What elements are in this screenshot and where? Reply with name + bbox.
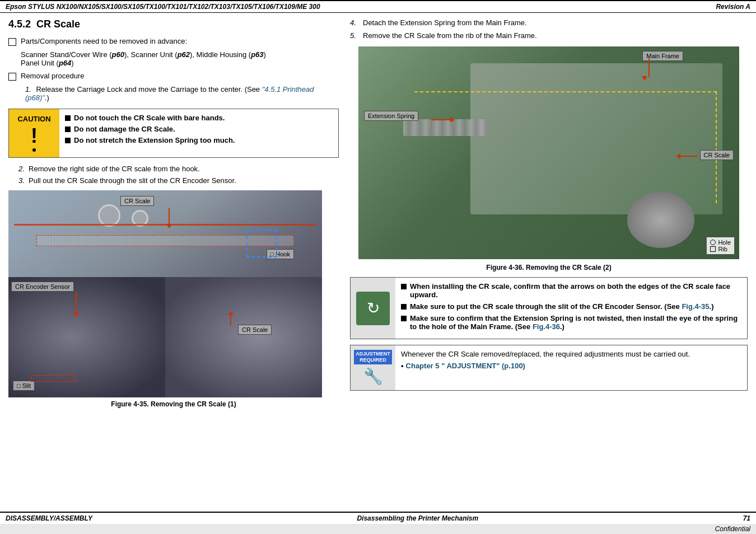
right-column: 4. Detach the Extension Spring from the … bbox=[350, 18, 748, 414]
figure35-bottom-images: CR Encoder Sensor □ Slit CR Scale bbox=[8, 277, 339, 397]
step3-item: 3. Pull out the CR Scale through the sli… bbox=[18, 176, 339, 185]
adjustment-links: • Chapter 5 " ADJUSTMENT" (p.100) bbox=[401, 362, 741, 370]
figure36-image: Main Frame Extension Spring CR Scale bbox=[358, 46, 739, 259]
caution-box: CAUTION ! Do not touch the CR Scale with… bbox=[8, 109, 339, 158]
extension-spring-label: Extension Spring bbox=[364, 111, 418, 121]
bullet-square bbox=[65, 115, 71, 121]
page-footer: DISASSEMBLY/ASSEMBLY Disassembling the P… bbox=[0, 512, 756, 534]
fig436-link[interactable]: Fig.4-36 bbox=[533, 322, 560, 331]
caution-list: Do not touch the CR Scale with bare hand… bbox=[65, 114, 333, 144]
reassembly-item-3: Make sure to confirm that the Extension … bbox=[401, 314, 741, 331]
adjustment-box: ADJUSTMENT REQUIRED 🔧 Whenever the CR Sc… bbox=[350, 345, 748, 391]
figure36-caption: Figure 4-36. Removing the CR Scale (2) bbox=[350, 264, 748, 271]
main-content: 4.5.2 CR Scale Parts/Components need to … bbox=[0, 13, 756, 447]
header-title: Epson STYLUS NX100/NX105/SX100/SX105/TX1… bbox=[6, 3, 320, 11]
footer-main: DISASSEMBLY/ASSEMBLY Disassembling the P… bbox=[0, 513, 756, 524]
parts-list: Scanner Stand/Cover Wire (p60), Scanner … bbox=[21, 50, 339, 67]
reassembly-icon-col: ↻ bbox=[351, 278, 395, 339]
caution-content: Do not touch the CR Scale with bare hand… bbox=[59, 109, 338, 157]
hole-rib-legend: Hole Rib bbox=[706, 237, 735, 255]
cr-scale-right-label: CR Scale bbox=[700, 150, 734, 160]
rib-legend-item: Rib bbox=[710, 246, 731, 252]
checkbox-icon bbox=[8, 38, 16, 46]
reassembly-content: When installing the CR scale, confirm th… bbox=[395, 278, 747, 339]
parts-header: Parts/Components need to be removed in a… bbox=[21, 37, 187, 45]
cr-scale-label-top: CR Scale bbox=[120, 196, 154, 206]
figure35-caption: Figure 4-35. Removing the CR Scale (1) bbox=[8, 400, 339, 408]
fig435-link[interactable]: Fig.4-35 bbox=[682, 302, 709, 311]
removal-label: Removal procedure bbox=[21, 72, 84, 80]
footer-confidential: Confidential bbox=[0, 524, 756, 534]
figure35-top-image: CR Scale □ Hook bbox=[8, 190, 322, 277]
footer-left: DISASSEMBLY/ASSEMBLY bbox=[6, 514, 92, 522]
header-revision: Revision A bbox=[716, 3, 750, 11]
reassembly-item-2: Make sure to put the CR scale through th… bbox=[401, 302, 741, 311]
adjustment-icon-col: ADJUSTMENT REQUIRED 🔧 bbox=[351, 345, 395, 390]
adjustment-chapter-link[interactable]: Chapter 5 " ADJUSTMENT" (p.100) bbox=[406, 362, 525, 370]
step1-item: 1. Release the Carriage Lock and move th… bbox=[25, 85, 339, 102]
section-title: 4.5.2 CR Scale bbox=[8, 18, 339, 30]
bullet-sq-r1 bbox=[401, 284, 407, 289]
reassembly-list: When installing the CR scale, confirm th… bbox=[401, 282, 741, 331]
reassembly-item-1: When installing the CR scale, confirm th… bbox=[401, 282, 741, 299]
cr-encoder-sensor-label: CR Encoder Sensor bbox=[11, 282, 74, 292]
figure36-container: Main Frame Extension Spring CR Scale bbox=[350, 46, 748, 271]
cr-scale-bottom-label: CR Scale bbox=[238, 325, 272, 335]
figure35-left-photo: CR Encoder Sensor □ Slit bbox=[8, 277, 165, 397]
removal-checkbox-item: Removal procedure bbox=[8, 72, 339, 81]
bullet-sq-r3 bbox=[401, 316, 407, 321]
wrench-icon: 🔧 bbox=[363, 367, 383, 386]
footer-center: Disassembling the Printer Mechanism bbox=[357, 514, 478, 522]
bullet-sq-r2 bbox=[401, 304, 407, 310]
left-column: 4.5.2 CR Scale Parts/Components need to … bbox=[8, 18, 339, 414]
slit-label: □ Slit bbox=[13, 381, 35, 391]
caution-item-2: Do not damage the CR Scale. bbox=[65, 125, 333, 133]
bullet-square-2 bbox=[65, 127, 71, 132]
reassembly-icon: ↻ bbox=[356, 292, 390, 325]
caution-dot bbox=[32, 148, 36, 152]
rib-square-icon bbox=[710, 246, 716, 252]
adjustment-content: Whenever the CR Scale removed/replaced, … bbox=[395, 345, 747, 390]
checkbox-icon-2 bbox=[8, 73, 16, 81]
caution-label: CAUTION ! bbox=[9, 109, 59, 157]
footer-right: 71 bbox=[743, 514, 750, 522]
caution-label-text: CAUTION bbox=[17, 115, 50, 123]
hole-legend-item: Hole bbox=[710, 239, 731, 246]
bullet-square-3 bbox=[65, 138, 71, 143]
step4-item: 4. Detach the Extension Spring from the … bbox=[350, 18, 748, 27]
step1-text: Release the Carriage Lock and move the C… bbox=[25, 85, 314, 102]
step2-item: 2. Remove the right side of the CR scale… bbox=[18, 165, 339, 173]
adjustment-text: Whenever the CR Scale removed/replaced, … bbox=[401, 350, 741, 358]
step5-item: 5. Remove the CR Scale from the rib of t… bbox=[350, 31, 748, 40]
figure35-right-photo: CR Scale bbox=[165, 277, 322, 397]
reassembly-box: ↻ When installing the CR scale, confirm … bbox=[350, 277, 748, 339]
parts-checkbox-item: Parts/Components need to be removed in a… bbox=[8, 37, 339, 46]
page-header: Epson STYLUS NX100/NX105/SX100/SX105/TX1… bbox=[0, 0, 756, 13]
step1-link[interactable]: "4.5.1 Printhead (p68)" bbox=[25, 85, 314, 102]
caution-item-1: Do not touch the CR Scale with bare hand… bbox=[65, 114, 333, 122]
adjustment-label: ADJUSTMENT REQUIRED bbox=[354, 350, 392, 364]
figure35-container: CR Scale □ Hook CR Encod bbox=[8, 190, 339, 408]
hole-circle-icon bbox=[710, 240, 716, 245]
caution-exclaim-icon: ! bbox=[31, 126, 38, 146]
caution-item-3: Do not stretch the Extension Spring too … bbox=[65, 136, 333, 144]
